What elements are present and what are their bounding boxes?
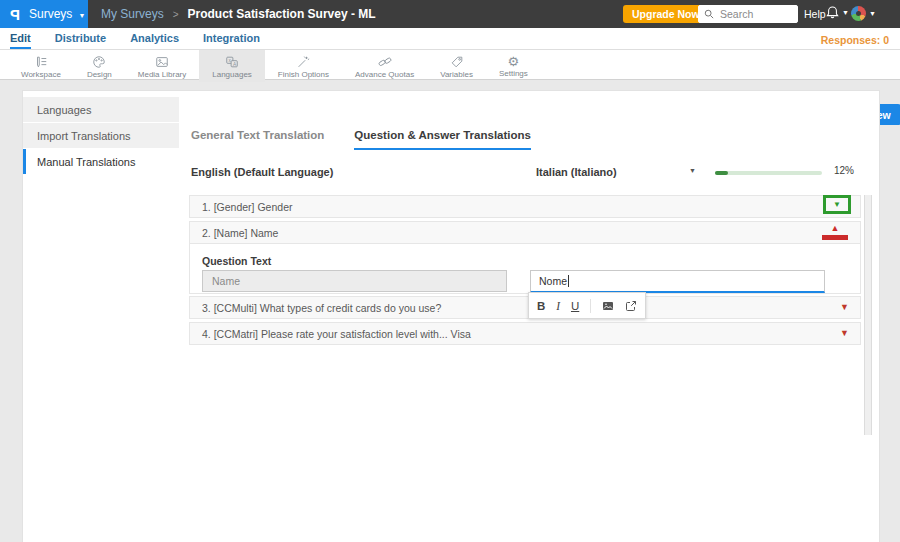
ribbon-item-media-library[interactable]: Media Library [125, 50, 199, 82]
chain-links-icon [378, 55, 392, 69]
breadcrumb-separator-icon: > [173, 9, 179, 20]
scrollbar-track[interactable] [864, 195, 872, 435]
translations-card: Languages Import Translations Manual Tra… [22, 90, 880, 542]
question-row-ccmatri[interactable]: 4. [CCMatri] Please rate your satisfacti… [189, 322, 861, 345]
ribbon-item-languages[interactable]: x A Languages [199, 50, 265, 82]
survey-nav-bar: Edit Distribute Analytics Integration Re… [0, 28, 900, 50]
survey-nav-items: Edit Distribute Analytics Integration [10, 28, 260, 49]
chevron-down-icon: ▼ [842, 9, 849, 16]
languages-translate-icon: x A [225, 55, 239, 69]
collapse-toggle[interactable]: ▲ [822, 224, 848, 240]
translation-progress-percent: 12% [834, 165, 854, 176]
text-cursor [568, 275, 569, 287]
sidebar-item-import-translations[interactable]: Import Translations [23, 123, 179, 148]
top-header-bar: P Surveys ▼ My Surveys > Product Satisfa… [0, 0, 900, 28]
insert-link-button[interactable] [625, 300, 637, 312]
edit-ribbon: Workspace Design Media Library x [0, 50, 900, 80]
page-title: Product Satisfaction Survey - ML [188, 7, 376, 21]
red-underline-annotation [822, 235, 848, 240]
translation-text-input[interactable]: Nome [530, 270, 825, 293]
breadcrumb: My Surveys > Product Satisfaction Survey… [101, 0, 376, 28]
breadcrumb-my-surveys[interactable]: My Surveys [101, 7, 164, 21]
account-menu[interactable]: ▼ [851, 6, 876, 21]
translation-progress-bar [715, 171, 822, 175]
help-link[interactable]: Help [804, 8, 826, 20]
notifications-menu[interactable]: ▼ [826, 5, 849, 19]
media-library-icon [155, 55, 169, 69]
insert-image-button[interactable] [602, 300, 614, 312]
gear-icon: ⚙ [508, 55, 520, 68]
bell-icon [826, 5, 839, 19]
underline-button[interactable]: U [571, 300, 579, 312]
ribbon-item-workspace[interactable]: Workspace [8, 50, 74, 82]
question-editor-panel: Question Text Nome [189, 244, 861, 294]
search-icon [704, 9, 714, 19]
questionpro-logo[interactable]: P [10, 6, 20, 23]
chevron-down-icon[interactable]: ▼ [840, 329, 849, 338]
question-row-name[interactable]: 2. [Name] Name ▲ [189, 221, 861, 244]
text-format-toolbar: B I U [528, 292, 646, 319]
chevron-down-icon: ▼ [78, 12, 85, 19]
question-text-label: Question Text [202, 255, 271, 267]
translation-progress-fill [715, 171, 728, 175]
search-input[interactable] [718, 7, 786, 21]
nav-item-integration[interactable]: Integration [203, 28, 260, 47]
surveys-product-menu[interactable]: P Surveys ▼ [0, 0, 88, 28]
ribbon-item-settings[interactable]: ⚙ Settings [486, 50, 541, 82]
ribbon-item-design[interactable]: Design [74, 50, 125, 82]
ribbon-items: Workspace Design Media Library x [8, 50, 541, 79]
responses-count[interactable]: Responses: 0 [821, 34, 889, 46]
surveys-menu-label: Surveys [29, 7, 72, 21]
sidebar-item-manual-translations[interactable]: Manual Translations [23, 149, 179, 174]
source-language-label: English (Default Language) [191, 166, 333, 178]
global-search[interactable] [698, 5, 798, 23]
chevron-down-icon[interactable]: ▼ [840, 303, 849, 312]
design-palette-icon [92, 55, 106, 69]
bold-button[interactable]: B [537, 300, 545, 312]
chevron-down-icon: ▼ [833, 201, 841, 209]
toolbar-divider [590, 299, 591, 313]
workspace-icon [34, 55, 48, 69]
ribbon-item-finish-options[interactable]: Finish Options [265, 50, 342, 82]
question-row-gender[interactable]: 1. [Gender] Gender ▼ [189, 195, 861, 218]
sidebar-item-languages[interactable]: Languages [23, 97, 179, 122]
target-language-value: Italian (Italiano) [536, 166, 617, 178]
tag-icon [450, 55, 464, 69]
tab-general-text-translation[interactable]: General Text Translation [191, 129, 324, 150]
chevron-down-icon: ▼ [869, 10, 876, 17]
app-window: P Surveys ▼ My Surveys > Product Satisfa… [0, 0, 900, 542]
chevron-down-icon[interactable]: ▼ [689, 167, 696, 174]
translation-tabs: General Text Translation Question & Answ… [191, 129, 531, 150]
nav-item-edit[interactable]: Edit [10, 28, 31, 49]
upgrade-now-button[interactable]: Upgrade Now [623, 5, 709, 23]
ribbon-item-advance-quotas[interactable]: Advance Quotas [342, 50, 427, 82]
expand-toggle-highlighted[interactable]: ▼ [823, 195, 851, 214]
question-row-ccmulti[interactable]: 3. [CCMulti] What types of credit cards … [189, 296, 861, 319]
tab-question-answer-translations[interactable]: Question & Answer Translations [354, 129, 531, 150]
avatar [851, 6, 866, 21]
magic-wand-icon [296, 55, 310, 69]
italic-button[interactable]: I [556, 300, 560, 312]
ribbon-item-variables[interactable]: Variables [427, 50, 486, 82]
nav-item-distribute[interactable]: Distribute [55, 28, 106, 47]
target-language-dropdown[interactable]: Italian (Italiano) [536, 166, 617, 178]
source-text-input[interactable] [202, 270, 507, 292]
nav-item-analytics[interactable]: Analytics [130, 28, 179, 47]
chevron-up-icon: ▲ [831, 224, 840, 233]
